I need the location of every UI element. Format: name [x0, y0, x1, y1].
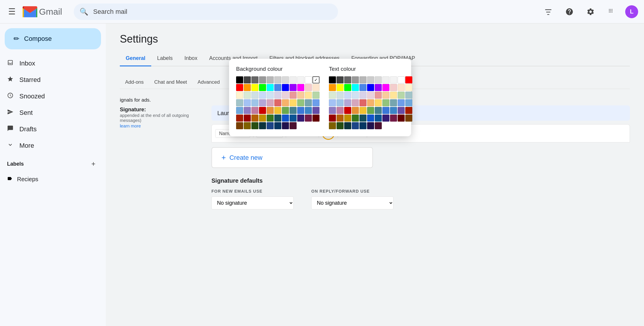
- search-bar[interactable]: 🔍: [74, 4, 338, 20]
- color-swatch[interactable]: [251, 84, 258, 91]
- color-swatch[interactable]: [305, 99, 312, 106]
- color-swatch[interactable]: [359, 92, 366, 99]
- color-swatch[interactable]: [267, 99, 274, 106]
- color-swatch[interactable]: [305, 84, 312, 91]
- color-swatch[interactable]: [259, 122, 266, 129]
- color-swatch[interactable]: [297, 99, 304, 106]
- color-swatch[interactable]: [251, 115, 258, 122]
- color-swatch[interactable]: [312, 107, 320, 114]
- sidebar-item-sent[interactable]: Sent: [0, 105, 100, 121]
- color-swatch[interactable]: [359, 84, 366, 91]
- color-swatch[interactable]: [329, 115, 336, 122]
- color-swatch[interactable]: [267, 84, 274, 91]
- compose-button[interactable]: ✏ Compose: [5, 28, 101, 49]
- color-swatch[interactable]: [382, 92, 389, 99]
- sub-tab-advanced[interactable]: Advanced: [192, 76, 225, 89]
- color-swatch[interactable]: [405, 115, 412, 122]
- color-swatch[interactable]: [367, 107, 374, 114]
- color-swatch[interactable]: [390, 107, 397, 114]
- color-swatch[interactable]: [297, 92, 304, 99]
- color-swatch[interactable]: [344, 76, 351, 83]
- color-swatch[interactable]: [290, 84, 297, 91]
- color-swatch[interactable]: [312, 84, 320, 91]
- color-swatch[interactable]: [282, 107, 289, 114]
- color-swatch[interactable]: [236, 99, 243, 106]
- color-swatch[interactable]: [344, 122, 351, 129]
- color-swatch[interactable]: [312, 92, 320, 99]
- color-swatch[interactable]: [244, 99, 251, 106]
- color-swatch[interactable]: [274, 84, 281, 91]
- color-swatch[interactable]: [405, 76, 412, 83]
- color-swatch[interactable]: [236, 122, 243, 129]
- sub-tab-addons[interactable]: Add-ons: [120, 76, 149, 89]
- color-swatch[interactable]: [405, 84, 412, 91]
- color-swatch[interactable]: [352, 99, 359, 106]
- color-swatch[interactable]: [251, 99, 258, 106]
- color-swatch[interactable]: [367, 115, 374, 122]
- color-swatch[interactable]: [375, 115, 382, 122]
- color-swatch[interactable]: [236, 107, 243, 114]
- color-swatch[interactable]: [259, 107, 266, 114]
- color-swatch[interactable]: [236, 92, 243, 99]
- sidebar-item-starred[interactable]: Starred: [0, 72, 100, 88]
- color-swatch[interactable]: [390, 84, 397, 91]
- color-swatch[interactable]: [297, 115, 304, 122]
- color-swatch[interactable]: [290, 115, 297, 122]
- color-swatch[interactable]: [251, 76, 258, 83]
- add-label-button[interactable]: +: [88, 159, 99, 169]
- color-swatch[interactable]: [405, 107, 412, 114]
- color-swatch[interactable]: [344, 115, 351, 122]
- color-swatch[interactable]: [259, 76, 266, 83]
- color-swatch[interactable]: [398, 76, 405, 83]
- sub-tab-chat[interactable]: Chat and Meet: [149, 76, 192, 89]
- color-swatch[interactable]: [375, 107, 382, 114]
- color-swatch[interactable]: [382, 107, 389, 114]
- color-swatch[interactable]: [282, 84, 289, 91]
- color-swatch[interactable]: [352, 84, 359, 91]
- color-swatch[interactable]: [390, 92, 397, 99]
- create-new-button[interactable]: + Create new: [211, 147, 373, 168]
- color-swatch[interactable]: [398, 92, 405, 99]
- color-swatch[interactable]: [259, 84, 266, 91]
- color-swatch[interactable]: [244, 92, 251, 99]
- color-swatch[interactable]: [352, 115, 359, 122]
- color-swatch[interactable]: [274, 115, 281, 122]
- color-swatch[interactable]: [398, 84, 405, 91]
- color-swatch[interactable]: [297, 76, 304, 83]
- color-swatch[interactable]: [267, 115, 274, 122]
- color-swatch[interactable]: [259, 99, 266, 106]
- color-swatch[interactable]: [367, 76, 374, 83]
- color-swatch[interactable]: [375, 99, 382, 106]
- reply-select[interactable]: No signature: [311, 196, 394, 209]
- color-swatch[interactable]: [290, 99, 297, 106]
- color-swatch[interactable]: [344, 99, 351, 106]
- tab-general[interactable]: General: [120, 51, 151, 66]
- color-swatch[interactable]: [282, 115, 289, 122]
- color-swatch[interactable]: [274, 92, 281, 99]
- color-swatch[interactable]: [337, 76, 344, 83]
- color-swatch[interactable]: [390, 99, 397, 106]
- color-swatch[interactable]: [305, 76, 312, 83]
- color-swatch[interactable]: [274, 122, 281, 129]
- color-swatch[interactable]: [375, 76, 382, 83]
- color-swatch[interactable]: [382, 76, 389, 83]
- color-swatch[interactable]: [312, 115, 320, 122]
- color-swatch[interactable]: [352, 107, 359, 114]
- color-swatch[interactable]: [359, 107, 366, 114]
- color-swatch[interactable]: [405, 99, 412, 106]
- sidebar-item-more[interactable]: More: [0, 137, 100, 154]
- color-swatch[interactable]: [244, 76, 251, 83]
- color-swatch[interactable]: [274, 76, 281, 83]
- color-swatch[interactable]: [359, 76, 366, 83]
- sidebar-item-snoozed[interactable]: Snoozed: [0, 88, 100, 105]
- color-swatch[interactable]: [290, 76, 297, 83]
- color-swatch[interactable]: [297, 84, 304, 91]
- color-swatch[interactable]: [251, 107, 258, 114]
- color-swatch[interactable]: [267, 92, 274, 99]
- sidebar-item-inbox[interactable]: Inbox: [0, 55, 100, 72]
- avatar[interactable]: L: [625, 5, 638, 18]
- color-swatch[interactable]: [267, 76, 274, 83]
- tab-labels[interactable]: Labels: [151, 51, 179, 66]
- color-swatch[interactable]: [290, 107, 297, 114]
- color-swatch[interactable]: [367, 84, 374, 91]
